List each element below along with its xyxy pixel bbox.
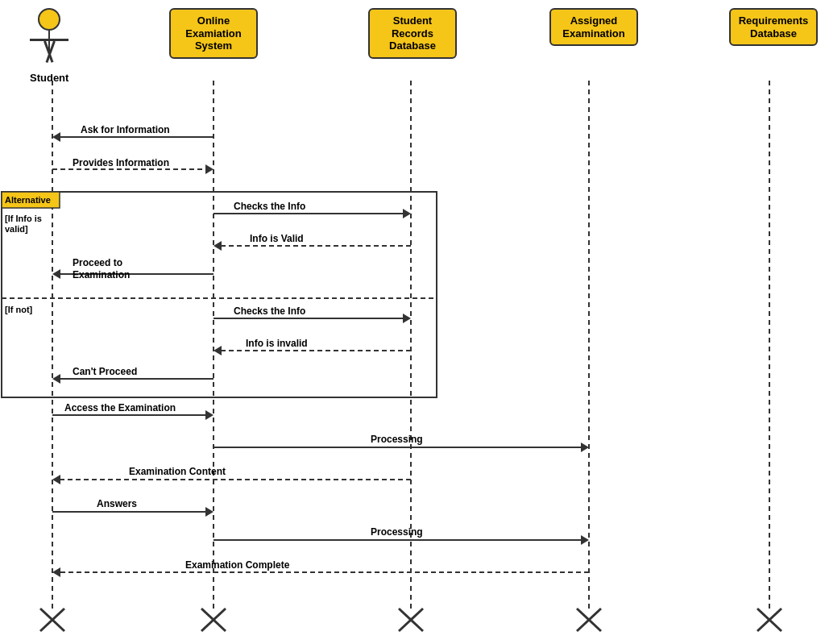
msg8-label: Can't Proceed (73, 366, 137, 377)
msg6-arrowhead (403, 314, 411, 323)
msg10-label: Processing (371, 434, 423, 445)
alt-guard2: [If not] (5, 305, 33, 314)
msg9-arrowhead (205, 410, 214, 420)
msg5-arrowhead (52, 269, 60, 279)
msg8-arrowhead (52, 374, 60, 384)
sequence-diagram: Student Online Examiation System Student… (0, 0, 825, 644)
msg9-label: Access the Examination (64, 402, 176, 413)
msg12-label: Answers (97, 498, 137, 509)
msg5-label: Proceed to (73, 257, 122, 268)
msg13-label: Processing (371, 526, 423, 538)
msg14-arrowhead (52, 567, 60, 577)
msg13-arrowhead (581, 535, 589, 545)
msg1-label: Ask for Information (81, 124, 170, 135)
msg2-arrowhead (205, 164, 214, 174)
msg3-label: Checks the Info (234, 201, 305, 212)
alt-label-text: Alternative (5, 195, 51, 205)
msg10-arrowhead (581, 442, 589, 452)
msg6-label: Checks the Info (234, 305, 305, 317)
msg7-arrowhead (214, 346, 222, 355)
msg4-label: Info is Valid (250, 233, 304, 244)
msg11-arrowhead (52, 475, 60, 484)
msg1-arrowhead (52, 132, 60, 142)
diagram-svg: Alternative [If Info is valid] [If not] … (0, 0, 825, 644)
msg2-label: Provides Information (73, 157, 169, 168)
msg12-arrowhead (205, 507, 214, 517)
msg7-label: Info is invalid (246, 338, 308, 349)
msg14-label: Examination Complete (185, 559, 290, 571)
msg11-label: Examination Content (129, 466, 226, 477)
msg5-label2: Examination (73, 269, 130, 280)
alt-frame (2, 192, 437, 397)
alt-guard1: [If Info is (5, 214, 42, 223)
alt-guard1b: valid] (5, 224, 28, 234)
msg3-arrowhead (403, 209, 411, 218)
msg4-arrowhead (214, 241, 222, 251)
